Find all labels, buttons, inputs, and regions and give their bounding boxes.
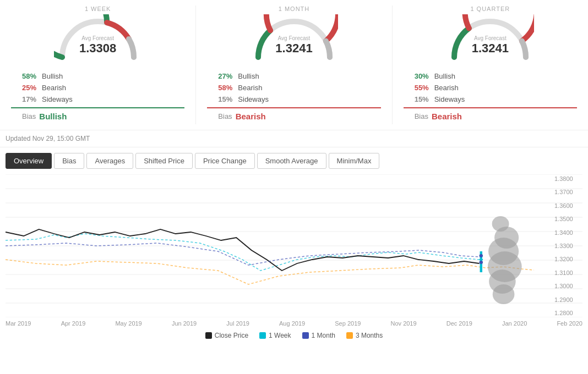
sideways-label-month: Sideways <box>238 95 269 103</box>
x-axis-label: Dec 2019 <box>447 320 472 327</box>
bias-row-quarter: Bias Bearish <box>404 107 577 124</box>
legend-item-1-month: 1 Month <box>302 332 335 339</box>
x-axis-label: Mar 2019 <box>6 320 31 327</box>
gauge-title-month: 1 MONTH <box>279 6 310 12</box>
gauge-panel-week: 1 WEEK Avg Forecast 1.3308 <box>0 6 196 124</box>
gauge-container-quarter: Avg Forecast 1.3241 <box>446 14 534 64</box>
forecast-panels: 1 WEEK Avg Forecast 1.3308 <box>0 0 588 130</box>
tab-averages[interactable]: Averages <box>86 153 133 169</box>
y-axis-label: 1.2900 <box>554 296 580 303</box>
bullish-label-week: Bullish <box>42 72 63 80</box>
y-axis-label: 1.3700 <box>554 189 580 195</box>
sideways-label-quarter: Sideways <box>434 95 465 103</box>
sideways-pct-week: 17% <box>22 95 42 103</box>
legend-bar: Close Price 1 Week 1 Month 3 Months <box>0 328 588 343</box>
y-axis-label: 1.3200 <box>554 256 580 262</box>
tab-bias[interactable]: Bias <box>54 153 84 169</box>
chart-svg <box>6 174 582 317</box>
legend-color <box>205 332 212 339</box>
bias-row-month: Bias Bearish <box>207 107 380 124</box>
bullish-label-month: Bullish <box>238 72 259 80</box>
tab-overview[interactable]: Overview <box>6 153 52 169</box>
x-axis-label: Aug 2019 <box>279 320 305 327</box>
x-axis-label: Feb 2020 <box>557 320 582 327</box>
y-axis-label: 1.3800 <box>554 175 580 182</box>
svg-point-16 <box>493 284 515 304</box>
gauge-value-month: 1.3241 <box>275 41 312 56</box>
legend-label: Close Price <box>215 332 248 339</box>
tab-bar: OverviewBiasAveragesShifted PricePrice C… <box>0 147 588 169</box>
y-axis-label: 1.3400 <box>554 229 580 236</box>
x-axis-label: Jul 2019 <box>226 320 249 327</box>
gauge-title-quarter: 1 QUARTER <box>470 6 510 12</box>
gauge-value-week: 1.3308 <box>79 41 116 56</box>
bias-text-month: Bias <box>218 112 232 120</box>
sideways-pct-month: 15% <box>218 95 238 103</box>
bullish-pct-week: 58% <box>22 72 42 80</box>
tab-smooth-average[interactable]: Smooth Average <box>257 153 326 169</box>
bullish-label-quarter: Bullish <box>434 72 455 80</box>
y-axis-label: 1.3300 <box>554 243 580 249</box>
x-axis-label: Jun 2019 <box>172 320 197 327</box>
x-axis-label: May 2019 <box>115 320 141 327</box>
x-axis-label: Sep 2019 <box>335 320 361 327</box>
sideways-label-week: Sideways <box>42 95 73 103</box>
y-axis-labels: 1.38001.37001.36001.35001.34001.33001.32… <box>552 174 582 317</box>
x-axis-label: Jan 2020 <box>502 320 527 327</box>
legend-color <box>259 332 266 339</box>
gauge-panel-month: 1 MONTH Avg Forecast 1.3241 <box>196 6 392 124</box>
stats-table-quarter: 30% Bullish 55% Bearish 15% Sideways Bia… <box>404 70 577 124</box>
sideways-pct-quarter: 15% <box>415 95 434 103</box>
bearish-row-week: 25% Bearish <box>11 82 184 94</box>
tab-shifted-price[interactable]: Shifted Price <box>135 153 193 169</box>
legend-item-close-price: Close Price <box>205 332 248 339</box>
bearish-pct-quarter: 55% <box>415 84 434 92</box>
y-axis-label: 1.3100 <box>554 270 580 276</box>
x-axis-label: Apr 2019 <box>61 320 86 327</box>
gauge-center-quarter: Avg Forecast 1.3241 <box>472 35 509 56</box>
sideways-row-month: 15% Sideways <box>207 94 380 105</box>
legend-color <box>346 332 353 339</box>
sideways-row-quarter: 15% Sideways <box>404 94 577 105</box>
legend-item-3-months: 3 Months <box>346 332 383 339</box>
gauge-label-month: Avg Forecast <box>275 35 312 41</box>
tab-minim-max[interactable]: Minim/Max <box>329 153 380 169</box>
gauge-value-quarter: 1.3241 <box>472 41 509 56</box>
bullish-row-month: 27% Bullish <box>207 70 380 82</box>
bearish-row-quarter: 55% Bearish <box>404 82 577 94</box>
bearish-label-quarter: Bearish <box>434 84 459 92</box>
gauge-container-month: Avg Forecast 1.3241 <box>250 14 338 64</box>
bullish-pct-month: 27% <box>218 72 238 80</box>
x-axis-label: Nov 2019 <box>391 320 417 327</box>
gauge-center-month: Avg Forecast 1.3241 <box>275 35 312 56</box>
bearish-pct-week: 25% <box>22 84 42 92</box>
sideways-row-week: 17% Sideways <box>11 94 184 105</box>
stats-table-week: 58% Bullish 25% Bearish 17% Sideways Bia… <box>11 70 184 124</box>
bearish-label-month: Bearish <box>238 84 262 92</box>
bias-text-quarter: Bias <box>415 112 428 120</box>
x-axis-labels: Mar 2019Apr 2019May 2019Jun 2019Jul 2019… <box>6 319 582 327</box>
y-axis-label: 1.3000 <box>554 283 580 289</box>
legend-label: 1 Week <box>269 332 291 339</box>
svg-point-28 <box>479 254 483 257</box>
tab-price-change[interactable]: Price Change <box>195 153 255 169</box>
y-axis-label: 1.2800 <box>554 310 580 316</box>
gauge-label-week: Avg Forecast <box>79 35 116 41</box>
legend-label: 3 Months <box>356 332 383 339</box>
legend-item-1-week: 1 Week <box>259 332 291 339</box>
legend-label: 1 Month <box>312 332 335 339</box>
bias-value-month: Bearish <box>236 112 266 121</box>
gauge-panel-quarter: 1 QUARTER Avg Forecast 1.3241 <box>393 6 588 124</box>
chart-area: 1.38001.37001.36001.35001.34001.33001.32… <box>6 174 582 328</box>
gauge-title-week: 1 WEEK <box>85 6 111 12</box>
gauge-center-week: Avg Forecast 1.3308 <box>79 35 116 56</box>
legend-color <box>302 332 309 339</box>
bearish-pct-month: 58% <box>218 84 238 92</box>
svg-point-29 <box>479 261 483 264</box>
bias-value-week: Bullish <box>39 112 67 121</box>
gauge-label-quarter: Avg Forecast <box>472 35 509 41</box>
stats-table-month: 27% Bullish 58% Bearish 15% Sideways Bia… <box>207 70 380 124</box>
bullish-row-week: 58% Bullish <box>11 70 184 82</box>
bullish-pct-quarter: 30% <box>415 72 434 80</box>
bullish-row-quarter: 30% Bullish <box>404 70 577 82</box>
